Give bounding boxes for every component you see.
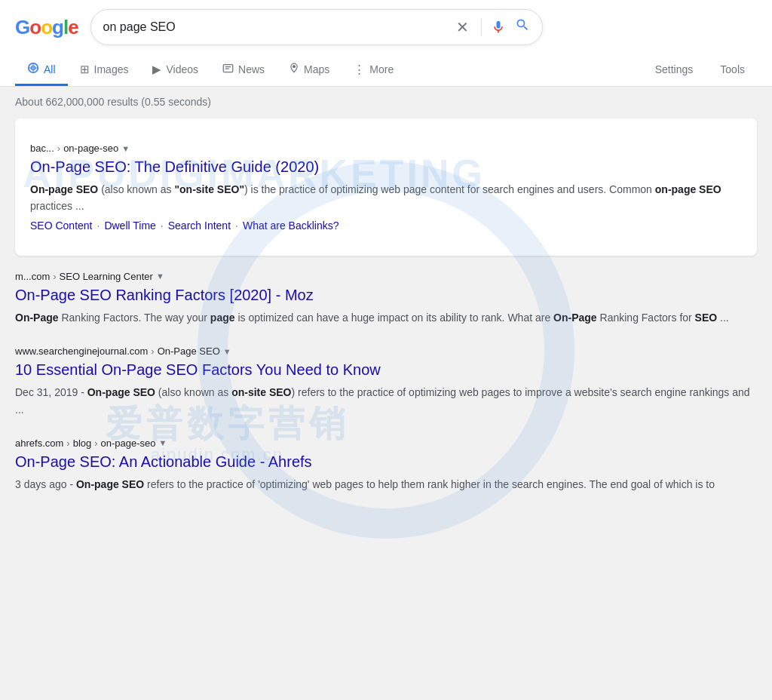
result-link-sep-3: · <box>235 220 238 232</box>
result-domain-1: bac... <box>30 143 54 154</box>
result-item-1: bac... › on-page-seo ▼ On-Page SEO: The … <box>30 130 742 244</box>
result-path-4b: on-page-seo <box>101 438 156 449</box>
breadcrumb-arrow-1[interactable]: ▼ <box>121 144 130 153</box>
news-icon <box>222 63 234 76</box>
result-path-1: on-page-seo <box>63 143 118 154</box>
result-link-dwell-time[interactable]: Dwell Time <box>104 220 155 232</box>
breadcrumb-arrow-4[interactable]: ▼ <box>159 438 167 447</box>
clear-button[interactable]: ✕ <box>453 20 472 35</box>
result-link-backlinks[interactable]: What are Backlinks? <box>243 220 339 232</box>
tab-news-label: News <box>238 63 265 75</box>
result-item-3: www.searchenginejournal.com › On-Page SE… <box>15 342 757 434</box>
tab-maps[interactable]: Maps <box>277 54 342 85</box>
result-title-1[interactable]: On-Page SEO: The Definitive Guide (2020) <box>30 157 742 177</box>
google-logo: Google <box>15 16 78 39</box>
maps-icon <box>289 63 299 75</box>
images-icon: ⊞ <box>80 63 90 76</box>
result-path-2: SEO Learning Center <box>60 271 153 282</box>
result-title-3[interactable]: 10 Essential On-Page SEO Factors You Nee… <box>15 360 757 379</box>
result-domain-4: ahrefs.com <box>15 438 63 449</box>
search-input[interactable] <box>103 20 453 34</box>
breadcrumb-sep-4b: › <box>94 438 97 449</box>
microphone-icon[interactable] <box>491 20 506 35</box>
breadcrumb-arrow-2[interactable]: ▼ <box>156 272 164 281</box>
tab-maps-label: Maps <box>304 63 329 75</box>
page-container: AIPUDIGIMARKETING 爱普数字营销 aipudin.com.cn … <box>0 0 772 700</box>
result-snippet-3: Dec 31, 2019 - On-page SEO (also known a… <box>15 384 757 418</box>
result-breadcrumb-1: bac... › on-page-seo ▼ <box>30 143 742 154</box>
result-title-2[interactable]: On-Page SEO Ranking Factors [2020] - Moz <box>15 285 757 305</box>
result-link-sep-2: · <box>161 220 164 232</box>
result-domain-3: www.searchenginejournal.com <box>15 345 148 357</box>
tab-more[interactable]: ⋮ More <box>342 54 406 86</box>
result-link-search-intent[interactable]: Search Intent <box>168 220 231 232</box>
breadcrumb-arrow-3[interactable]: ▼ <box>223 347 231 356</box>
result-snippet-4: 3 days ago - On-page SEO refers to the p… <box>15 476 757 493</box>
nav-tabs: All ⊞ Images ▶ Videos News <box>15 53 757 86</box>
tab-all-label: All <box>44 63 56 75</box>
result-domain-2: m...com <box>15 271 50 282</box>
breadcrumb-sep-3: › <box>151 345 154 357</box>
result-snippet-2: On-Page Ranking Factors. The way your pa… <box>15 309 757 326</box>
more-icon: ⋮ <box>354 63 365 76</box>
search-bar-row: Google ✕ <box>15 9 757 45</box>
result-path-3: On-Page SEO <box>158 345 220 357</box>
tab-images[interactable]: ⊞ Images <box>68 54 141 86</box>
tab-news[interactable]: News <box>210 54 277 86</box>
result-item-4: ahrefs.com › blog › on-page-seo ▼ On-Pag… <box>15 434 757 509</box>
result-links-1: SEO Content · Dwell Time · Search Intent… <box>30 220 742 232</box>
search-submit-icon[interactable] <box>515 17 530 37</box>
search-divider <box>481 18 482 36</box>
breadcrumb-sep-2: › <box>53 271 56 282</box>
breadcrumb-sep-4a: › <box>66 438 69 449</box>
results-stats: About 662,000,000 results (0.55 seconds) <box>15 96 757 108</box>
videos-icon: ▶ <box>152 63 161 76</box>
search-box: ✕ <box>90 9 543 45</box>
all-icon <box>27 62 39 76</box>
nav-right: Settings Tools <box>643 54 757 84</box>
result-link-sep-1: · <box>97 220 100 232</box>
result-breadcrumb-3: www.searchenginejournal.com › On-Page SE… <box>15 345 757 357</box>
result-link-seo-content[interactable]: SEO Content <box>30 220 93 232</box>
tab-videos[interactable]: ▶ Videos <box>140 54 210 86</box>
results-area: About 662,000,000 results (0.55 seconds)… <box>0 87 772 524</box>
result-snippet-1: On-page SEO (also known as "on-site SEO"… <box>30 181 742 215</box>
result-path-4a: blog <box>73 438 92 449</box>
svg-point-7 <box>293 66 296 68</box>
result-breadcrumb-4: ahrefs.com › blog › on-page-seo ▼ <box>15 438 757 449</box>
tab-more-label: More <box>369 63 394 75</box>
tools-button[interactable]: Tools <box>708 54 757 84</box>
breadcrumb-sep-1: › <box>57 143 60 154</box>
settings-button[interactable]: Settings <box>643 54 706 84</box>
result-title-4[interactable]: On-Page SEO: An Actionable Guide - Ahref… <box>15 452 757 471</box>
tab-images-label: Images <box>94 63 129 75</box>
tab-all[interactable]: All <box>15 53 68 86</box>
result-breadcrumb-2: m...com › SEO Learning Center ▼ <box>15 271 757 282</box>
tab-videos-label: Videos <box>166 63 198 75</box>
result-item-2: m...com › SEO Learning Center ▼ On-Page … <box>15 268 757 342</box>
search-header: Google ✕ <box>0 0 772 87</box>
result-card-featured: bac... › on-page-seo ▼ On-Page SEO: The … <box>15 118 757 256</box>
